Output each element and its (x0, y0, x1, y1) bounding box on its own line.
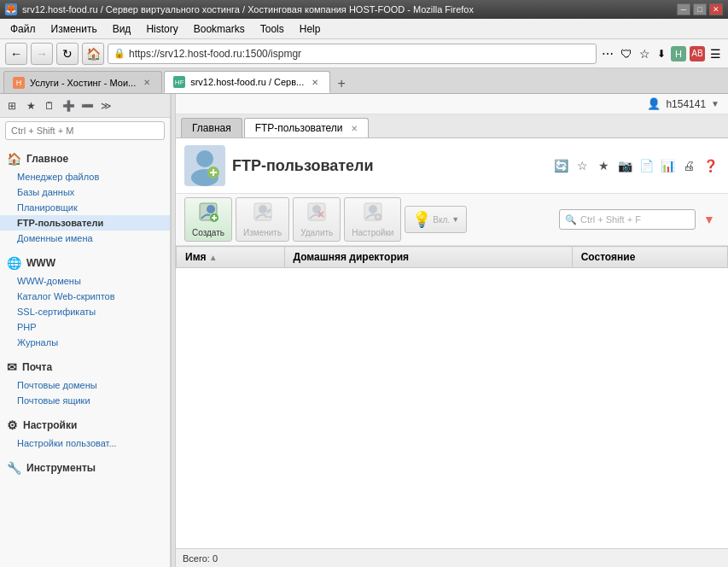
delete-icon (306, 202, 327, 226)
settings-btn-icon (363, 202, 383, 226)
settings-button[interactable]: Настройки (344, 197, 401, 242)
reload-button[interactable]: ↻ (56, 43, 79, 65)
menu-help[interactable]: Help (293, 21, 328, 37)
enable-button[interactable]: 💡 Вкл. ▼ (405, 206, 467, 233)
menu-tools[interactable]: Tools (253, 21, 291, 37)
tab2-close[interactable]: ✕ (309, 77, 321, 88)
sidebar-section-title-www[interactable]: 🌐 WWW (0, 253, 170, 273)
sidebar-item-web-scripts[interactable]: Каталог Web-скриптов (0, 289, 170, 304)
back-button[interactable]: ← (5, 43, 27, 65)
sidebar-section-mail: ✉ Почта Почтовые домены Почтовые ящики (0, 352, 170, 410)
sidebar-item-ftp[interactable]: FTP-пользователи (0, 215, 170, 231)
col-status[interactable]: Состояние (572, 247, 727, 268)
tab-main[interactable]: Главная (181, 118, 242, 137)
extension2-icon: AB (690, 46, 705, 61)
action-toolbar: Создать Изменить (176, 194, 728, 246)
sidebar-item-ssl[interactable]: SSL-сертификаты (0, 304, 170, 319)
www-icon: 🌐 (7, 256, 21, 270)
sidebar-item-scheduler[interactable]: Планировщик (0, 200, 170, 215)
tab1-label: Услуги - Хостинг - Мои... (30, 78, 136, 88)
status-bar: Всего: 0 (176, 548, 728, 567)
menu-edit[interactable]: Изменить (44, 21, 104, 37)
sidebar-item-php[interactable]: PHP (0, 319, 170, 335)
browser-tab-1[interactable]: H Услуги - Хостинг - Мои... ✕ (3, 71, 162, 93)
bookmark-icon[interactable]: ☆ (638, 45, 652, 62)
sidebar-tool-refresh[interactable]: 🗒 (41, 97, 58, 114)
menu-file[interactable]: Файл (3, 21, 43, 37)
sidebar-item-domains[interactable]: Доменные имена (0, 231, 170, 246)
sidebar-section-title-settings[interactable]: ⚙ Настройки (0, 415, 170, 435)
sidebar-item-mail-domains[interactable]: Почтовые домены (0, 377, 170, 393)
sidebar-section-settings: ⚙ Настройки Настройки пользоват... (0, 410, 170, 453)
sidebar-section-title-mail[interactable]: ✉ Почта (0, 357, 170, 377)
menu-bookmarks[interactable]: Bookmarks (187, 21, 252, 37)
menu-view[interactable]: Вид (106, 21, 138, 37)
sidebar-tool-minus[interactable]: ➖ (79, 97, 96, 114)
data-table: Имя ▲ Домашняя директория Состояние (176, 246, 728, 268)
sidebar-tool-grid[interactable]: ⊞ (3, 97, 20, 114)
content-area: 👤 h154141 ▼ Главная FTP-пользователи ✕ (176, 94, 728, 567)
ssl-icon: 🔒 (114, 48, 125, 59)
address-text: https://srv12.host-food.ru:1500/ispmgr (129, 48, 301, 60)
search-box[interactable]: 🔍 Ctrl + Shift + F (559, 209, 696, 230)
menu-hamburger[interactable]: ☰ (708, 45, 723, 62)
sidebar-toolbar: ⊞ ★ 🗒 ➕ ➖ ≫ (0, 94, 170, 118)
search-icon: 🔍 (565, 214, 577, 225)
sidebar-item-user-settings[interactable]: Настройки пользоват... (0, 435, 170, 451)
extension1-icon: H (671, 46, 686, 61)
delete-button[interactable]: Удалить (293, 197, 341, 242)
table-icon[interactable]: 📊 (658, 156, 677, 175)
page-title: FTP-пользователи (232, 157, 545, 175)
sidebar-item-databases[interactable]: Базы данных (0, 184, 170, 200)
create-button[interactable]: Создать (184, 197, 232, 242)
tab1-favicon: H (13, 77, 25, 89)
svg-point-6 (207, 205, 215, 213)
new-tab-button[interactable]: + (332, 74, 351, 93)
browser-tab-2[interactable]: HF srv12.host-food.ru / Серв... ✕ (164, 71, 330, 93)
print-icon[interactable]: 🖨 (679, 156, 698, 175)
more-button[interactable]: ⋯ (600, 45, 615, 62)
camera-icon[interactable]: 📷 (615, 156, 634, 175)
table-container: Имя ▲ Домашняя директория Состояние (176, 246, 728, 548)
star2-icon[interactable]: ★ (594, 156, 613, 175)
help-icon[interactable]: ❓ (701, 156, 719, 175)
sidebar-item-www-domains[interactable]: WWW-домены (0, 273, 170, 289)
col-homedir[interactable]: Домашняя директория (284, 247, 572, 268)
tab-ftp[interactable]: FTP-пользователи ✕ (244, 118, 369, 137)
forward-button[interactable]: → (31, 43, 53, 65)
doc-icon[interactable]: 📄 (637, 156, 655, 175)
user-dropdown-icon[interactable]: ▼ (711, 99, 719, 108)
settings-label: Настройки (352, 228, 393, 237)
sidebar-item-filemanager[interactable]: Менеджер файлов (0, 169, 170, 184)
close-button[interactable]: ✕ (709, 3, 723, 15)
sidebar-section-title-tools[interactable]: 🔧 Инструменты (0, 458, 170, 478)
star-icon[interactable]: ☆ (573, 156, 591, 175)
maximize-button[interactable]: □ (693, 3, 707, 15)
glavnoe-icon: 🏠 (7, 152, 21, 166)
tab1-close[interactable]: ✕ (141, 77, 153, 88)
sidebar-search[interactable] (5, 121, 165, 140)
sidebar-tool-star[interactable]: ★ (22, 97, 39, 114)
settings-icon: ⚙ (7, 418, 18, 432)
address-bar[interactable]: 🔒 https://srv12.host-food.ru:1500/ispmgr (108, 44, 597, 64)
sidebar-tool-more[interactable]: ≫ (97, 97, 114, 114)
svg-point-16 (369, 205, 377, 213)
mail-icon: ✉ (7, 360, 17, 374)
sidebar-item-mailboxes[interactable]: Почтовые ящики (0, 393, 170, 408)
home-button[interactable]: 🏠 (82, 43, 104, 65)
edit-button[interactable]: Изменить (236, 197, 289, 242)
filter-button[interactable]: ▼ (699, 209, 719, 230)
tab-ftp-close[interactable]: ✕ (351, 124, 358, 133)
username: h154141 (666, 98, 706, 110)
refresh-icon[interactable]: 🔄 (551, 156, 570, 175)
enable-dropdown[interactable]: ▼ (451, 215, 459, 224)
menu-history[interactable]: History (139, 21, 184, 37)
enable-icon: 💡 (412, 210, 431, 229)
sidebar-section-title-glavnoe[interactable]: 🏠 Главное (0, 149, 170, 169)
sidebar-tool-add[interactable]: ➕ (60, 97, 77, 114)
minimize-button[interactable]: ─ (677, 3, 690, 15)
download-icon[interactable]: ⬇ (655, 46, 667, 61)
col-name[interactable]: Имя ▲ (177, 247, 285, 268)
sidebar-item-logs[interactable]: Журналы (0, 335, 170, 350)
page-header: FTP-пользователи 🔄 ☆ ★ 📷 📄 📊 🖨 ❓ (176, 138, 728, 194)
